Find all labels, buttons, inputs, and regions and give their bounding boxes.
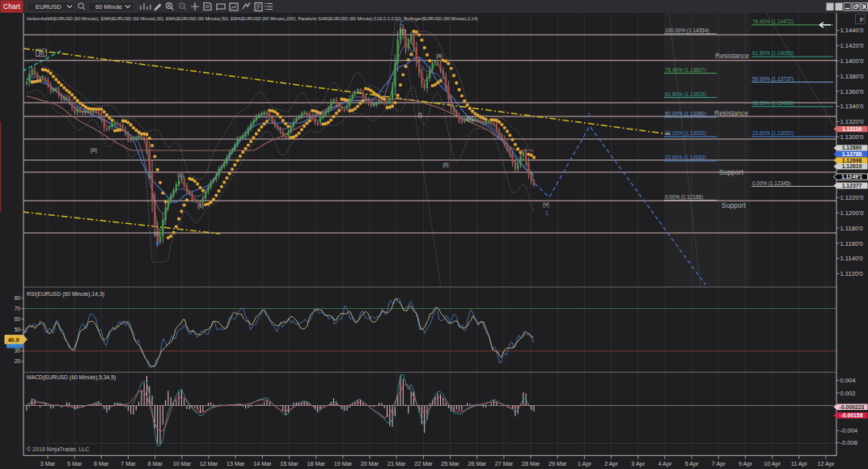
svg-text:0.00% (1.12166): 0.00% (1.12166) (665, 194, 703, 201)
svg-text:80: 80 (15, 295, 21, 301)
svg-text:1.1360'0: 1.1360'0 (840, 88, 864, 95)
svg-text:1.13116: 1.13116 (842, 126, 862, 132)
svg-text:76.40% (1.14472): 76.40% (1.14472) (752, 19, 794, 25)
svg-text:(iii): (iii) (91, 147, 97, 154)
svg-text:10 Apr: 10 Apr (764, 460, 781, 467)
svg-text:38.20% (1.13408): 38.20% (1.13408) (752, 100, 794, 107)
svg-text:Support: Support (719, 168, 743, 176)
svg-text:18 Mar: 18 Mar (307, 460, 326, 467)
svg-text:1.1120'0: 1.1120'0 (840, 270, 863, 277)
svg-text:MACD(EURUSD (60 Minute),5,34,5: MACD(EURUSD (60 Minute),5,34,5) (27, 374, 116, 381)
svg-text:1.1220'0: 1.1220'0 (840, 194, 864, 201)
svg-text:-0.00158: -0.00158 (841, 412, 863, 418)
svg-text:61.80% (1.14065): 61.80% (1.14065) (752, 50, 794, 57)
svg-text:50: 50 (15, 327, 21, 332)
svg-text:28 Mar: 28 Mar (522, 460, 540, 467)
svg-text:60 Minute: 60 Minute (95, 3, 122, 11)
svg-text:1.1180'0: 1.1180'0 (840, 225, 863, 232)
svg-text:76.40% (1.13837): 76.40% (1.13837) (665, 67, 706, 74)
svg-text:F: F (860, 16, 864, 23)
svg-text:20: 20 (15, 358, 21, 364)
svg-text:8 Mar: 8 Mar (148, 460, 163, 467)
svg-text:23.60% (1.12683): 23.60% (1.12683) (665, 154, 706, 161)
svg-text:1 Apr: 1 Apr (578, 460, 591, 467)
svg-text:3 Mar: 3 Mar (40, 460, 56, 467)
svg-text:B: B (156, 240, 159, 246)
svg-text:1.12860: 1.12860 (842, 145, 862, 150)
svg-text:RSI(EURUSD (60 Minute),14,3): RSI(EURUSD (60 Minute),14,3) (27, 291, 104, 298)
svg-text:4 Apr: 4 Apr (658, 460, 672, 467)
svg-text:61.80% (1.13518): 61.80% (1.13518) (665, 91, 706, 98)
svg-text:Chart: Chart (3, 2, 20, 11)
svg-text:0.00% (1.12345): 0.00% (1.12345) (752, 180, 790, 187)
svg-text:Support: Support (722, 201, 746, 209)
svg-text:30: 30 (15, 348, 21, 353)
svg-text:(i): (i) (417, 112, 422, 118)
svg-text:12 Apr: 12 Apr (818, 460, 835, 467)
svg-text:26 Mar: 26 Mar (468, 460, 487, 467)
svg-text:29 Mar: 29 Mar (548, 460, 567, 467)
svg-text:5 Mar: 5 Mar (67, 460, 83, 467)
svg-text:1.1340'0: 1.1340'0 (840, 103, 864, 110)
svg-text:(v): (v) (154, 230, 159, 237)
svg-text:60: 60 (15, 316, 21, 322)
svg-text:1.12788: 1.12788 (842, 151, 862, 157)
svg-text:1.1440'0: 1.1440'0 (840, 27, 864, 34)
svg-text:© 2019 NinjaTrader, LLC: © 2019 NinjaTrader, LLC (27, 446, 89, 453)
svg-text:27 Mar: 27 Mar (495, 460, 514, 467)
svg-text:EURUSD: EURUSD (36, 3, 61, 11)
svg-text:(ii): (ii) (443, 162, 449, 168)
svg-text:1.1249'1: 1.1249'1 (841, 174, 862, 180)
svg-text:5 Apr: 5 Apr (685, 460, 699, 467)
svg-text:1.1420'0: 1.1420'0 (840, 42, 864, 49)
svg-text:10 Mar: 10 Mar (173, 460, 192, 467)
svg-text:0.002: 0.002 (840, 390, 856, 397)
svg-text:25 Mar: 25 Mar (441, 460, 459, 467)
svg-text:3 Apr: 3 Apr (631, 460, 645, 467)
svg-text:1.1320'0: 1.1320'0 (840, 118, 864, 125)
svg-text:0.004: 0.004 (840, 377, 856, 384)
svg-text:21 Mar: 21 Mar (387, 460, 406, 467)
svg-text:15 Mar: 15 Mar (280, 460, 299, 467)
svg-text:1.1160'0: 1.1160'0 (840, 240, 863, 247)
svg-text:Resistance: Resistance (715, 52, 749, 60)
svg-text:1.1140'0: 1.1140'0 (840, 255, 863, 262)
svg-text:14 Mar: 14 Mar (253, 460, 272, 467)
svg-text:1.12619: 1.12619 (842, 163, 862, 169)
svg-text:11 Apr: 11 Apr (791, 460, 808, 467)
svg-text:-0.000223: -0.000223 (840, 404, 865, 410)
svg-text:13 Mar: 13 Mar (227, 460, 245, 467)
svg-text:12 Mar: 12 Mar (200, 460, 218, 467)
svg-text:1.1380'0: 1.1380'0 (840, 73, 864, 80)
svg-text:40.9: 40.9 (8, 337, 19, 343)
svg-text:1.1400'0: 1.1400'0 (840, 57, 864, 65)
svg-text:C: C (400, 20, 404, 26)
svg-text:(c): (c) (400, 28, 405, 35)
svg-text:-0.006: -0.006 (840, 439, 858, 446)
svg-text:19 Mar: 19 Mar (334, 460, 353, 467)
svg-text:1.1200'0: 1.1200'0 (840, 209, 864, 217)
svg-text:Resistance: Resistance (714, 109, 748, 117)
svg-text:(a): (a) (177, 172, 184, 179)
svg-text:7 Apr: 7 Apr (712, 460, 726, 467)
svg-text:2 Apr: 2 Apr (604, 460, 618, 467)
svg-text:2: 2 (587, 112, 591, 118)
svg-text:(b): (b) (197, 203, 204, 209)
svg-text:(v): (v) (543, 201, 548, 208)
svg-text:(iv): (iv) (467, 115, 474, 121)
svg-text:20 Mar: 20 Mar (361, 460, 379, 467)
svg-text:-0.004: -0.004 (840, 427, 858, 434)
svg-text:22 Mar: 22 Mar (414, 460, 433, 467)
svg-text:50.00% (1.13260): 50.00% (1.13260) (665, 111, 706, 117)
svg-text:23.60% (1.13002): 23.60% (1.13002) (752, 130, 794, 137)
svg-text:(ii): (ii) (39, 50, 44, 57)
svg-text:HeikenAshi8(EURUSD (60 Minute): HeikenAshi8(EURUSD (60 Minute)), EMA(EUR… (27, 16, 478, 21)
svg-text:1: 1 (545, 210, 548, 216)
svg-text:1.1300'0: 1.1300'0 (840, 133, 864, 141)
svg-text:38.20% (1.13002): 38.20% (1.13002) (665, 130, 706, 137)
svg-text:7 Mar: 7 Mar (121, 460, 136, 467)
svg-text:50.00% (1.13737): 50.00% (1.13737) (752, 76, 794, 82)
svg-text:1.12698: 1.12698 (842, 158, 862, 163)
svg-text:70: 70 (15, 306, 21, 311)
svg-text:1.12377: 1.12377 (842, 183, 862, 188)
